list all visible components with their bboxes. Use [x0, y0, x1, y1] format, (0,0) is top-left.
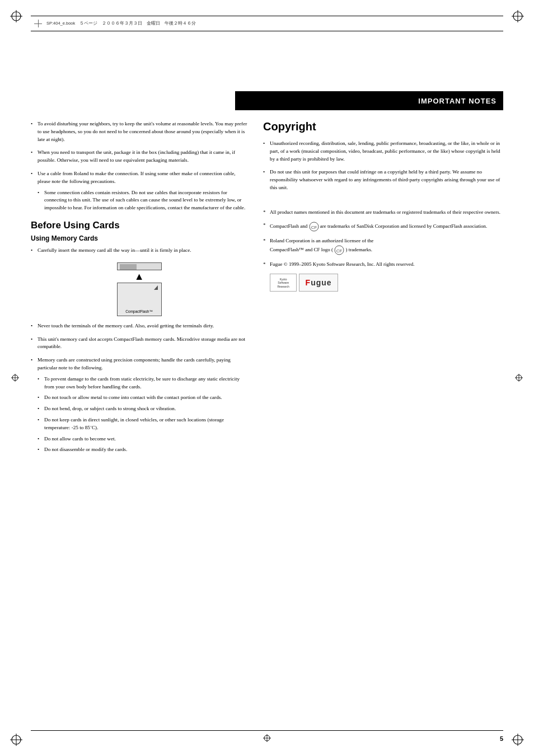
- copyright-heading: Copyright: [263, 120, 503, 133]
- corner-mark-br: [512, 734, 524, 746]
- footnote-1: All product names mentioned in this docu…: [263, 209, 503, 217]
- footnote-3: Roland Corporation is an authorized lice…: [263, 237, 503, 255]
- corner-mark-tl: [10, 10, 22, 22]
- list-item: Memory cards are constructed using preci…: [31, 356, 247, 454]
- right-column: Copyright Unauthorized recording, distri…: [257, 120, 503, 711]
- header-bar: SP:404_e.book ５ページ ２００６年３月３日 金曜日 午後２時４６分: [31, 16, 503, 31]
- page-title: IMPORTANT NOTES: [418, 97, 496, 105]
- cf-logo-icon: CF: [334, 245, 344, 255]
- list-item: To prevent damage to the cards from stat…: [38, 375, 247, 391]
- footnotes-section: All product names mentioned in this docu…: [263, 209, 503, 292]
- page-number: 5: [500, 735, 503, 742]
- page: SP:404_e.book ５ページ ２００６年３月３日 金曜日 午後２時４６分…: [0, 0, 534, 756]
- bottom-crosshair: [263, 734, 271, 742]
- card-label: CompactFlash™: [125, 309, 152, 313]
- top-notes-list: To avoid disturbing your neighbors, try …: [31, 120, 247, 212]
- sub-list: To prevent damage to the cards from stat…: [38, 375, 247, 454]
- bottom-divider: [31, 730, 503, 731]
- footnote-2: CompactFlash and CF are trademarks of Sa…: [263, 222, 503, 232]
- list-item: Do not allow cards to become wet.: [38, 435, 247, 443]
- card-image-container: ▲ CompactFlash™: [31, 262, 247, 316]
- title-bar: IMPORTANT NOTES: [235, 91, 503, 110]
- list-item: Never touch the terminals of the memory …: [31, 322, 247, 330]
- logo-row: KyotoSoftwareResearch Fugue: [270, 274, 503, 292]
- header-crosshair-icon: [34, 20, 42, 27]
- list-item: Do not keep cards in direct sunlight, in…: [38, 416, 247, 432]
- footnote-4: Fugue © 1999–2005 Kyoto Software Researc…: [263, 261, 503, 269]
- list-item: Do not disassemble or modify the cards.: [38, 446, 247, 454]
- list-item: Some connection cables contain resistors…: [38, 189, 247, 212]
- list-item: Use a cable from Roland to make the conn…: [31, 170, 247, 212]
- card-body: CompactFlash™: [117, 283, 162, 316]
- list-item: Do not bend, drop, or subject cards to s…: [38, 405, 247, 413]
- list-item: Do not touch or allow metal to come into…: [38, 394, 247, 402]
- card-slot-inner: [120, 264, 137, 270]
- cf-trademark-icon: CF: [309, 222, 319, 232]
- card-triangle-icon: [154, 285, 158, 290]
- list-item: When you need to transport the unit, pac…: [31, 149, 247, 165]
- side-crosshair-left: [11, 374, 19, 383]
- kyoto-logo: KyotoSoftwareResearch: [270, 274, 297, 292]
- corner-mark-bl: [10, 734, 22, 746]
- using-memory-cards-heading: Using Memory Cards: [31, 234, 247, 242]
- list-item: Carefully insert the memory card all the…: [31, 247, 247, 255]
- svg-text:CF: CF: [311, 225, 317, 230]
- corner-mark-tr: [512, 10, 524, 22]
- left-column: To avoid disturbing your neighbors, try …: [31, 120, 257, 711]
- sub-list: Some connection cables contain resistors…: [38, 189, 247, 212]
- card-arrow-icon: ▲: [114, 271, 165, 281]
- card-notes-list: Never touch the terminals of the memory …: [31, 322, 247, 454]
- card-slot: [117, 262, 162, 270]
- svg-text:CF: CF: [336, 248, 343, 253]
- before-using-cards-heading: Before Using Cards: [31, 220, 247, 231]
- list-item: To avoid disturbing your neighbors, try …: [31, 120, 247, 143]
- list-item: Do not use this unit for purposes that c…: [263, 168, 503, 191]
- side-crosshair-right: [515, 374, 523, 383]
- header-text: SP:404_e.book ５ページ ２００６年３月３日 金曜日 午後２時４６分: [46, 21, 196, 26]
- content-area: To avoid disturbing your neighbors, try …: [31, 120, 503, 711]
- card-image: ▲ CompactFlash™: [114, 262, 165, 316]
- copyright-list: Unauthorized recording, distribution, sa…: [263, 140, 503, 192]
- fugue-logo: Fugue: [299, 274, 338, 292]
- list-item: Unauthorized recording, distribution, sa…: [263, 140, 503, 163]
- list-item: This unit's memory card slot accepts Com…: [31, 336, 247, 351]
- card-first-bullet: Carefully insert the memory card all the…: [31, 247, 247, 255]
